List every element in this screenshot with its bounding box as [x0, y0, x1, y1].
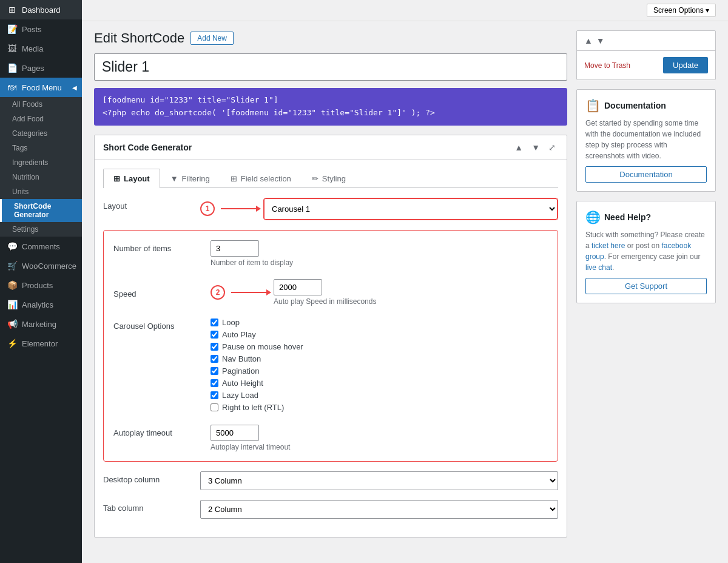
layout-select[interactable]: Carousel 1 Carousel 2 Grid 1 Grid 2 List… — [264, 198, 558, 220]
comments-icon: 💬 — [7, 241, 17, 251]
checkbox-loop-input[interactable] — [211, 319, 218, 326]
tab-filtering[interactable]: ▼ Filtering — [160, 169, 220, 188]
metabox-body: ⊞ Layout ▼ Filtering ⊞ Field selection — [95, 160, 567, 537]
posts-icon: 📝 — [7, 24, 17, 34]
sidebar-item-food-menu[interactable]: 🍽 Food Menu — [0, 78, 82, 97]
checkbox-nav-button: Nav Button — [211, 354, 548, 363]
carousel-options-box: Number of items Number of item to displa… — [103, 230, 558, 462]
documentation-text: Get started by spending some time with t… — [585, 118, 707, 161]
add-new-button[interactable]: Add New — [190, 32, 234, 45]
dashboard-icon: ⊞ — [7, 5, 17, 15]
tab-styling[interactable]: ✏ Styling — [302, 169, 356, 188]
speed-field: 2 Auto play Speed in milliseconds — [211, 279, 548, 306]
checkbox-autoplay-input[interactable] — [211, 331, 218, 339]
desktop-column-field: 3 Column 2 Column 4 Column 1 Column — [200, 471, 558, 490]
sidebar-item-analytics[interactable]: 📊 Analytics — [0, 295, 82, 314]
sidebar-item-pages[interactable]: 📄 Pages — [0, 58, 82, 78]
move-to-trash-link[interactable]: Move to Trash — [584, 61, 630, 70]
metabox-controls: ▲ ▼ ⤢ — [512, 141, 558, 153]
number-of-items-row: Number of items Number of item to displa… — [113, 240, 548, 267]
checkbox-pagination-input[interactable] — [211, 367, 218, 375]
checkbox-auto-height-label: Auto Height — [222, 379, 263, 388]
sidebar-item-marketing[interactable]: 📢 Marketing — [0, 314, 82, 334]
checkbox-lazy-load-input[interactable] — [211, 391, 218, 399]
sidebar-item-posts[interactable]: 📝 Posts — [0, 19, 82, 39]
sidebar-item-label: Marketing — [22, 320, 56, 329]
tab-column-select[interactable]: 2 Column 1 Column 3 Column — [200, 500, 558, 519]
ticket-here-link[interactable]: ticket here — [592, 241, 625, 250]
speed-label-row: Speed — [113, 289, 198, 298]
sidebar-item-nutrition[interactable]: Nutrition — [0, 170, 82, 184]
post-title-input[interactable] — [94, 53, 567, 81]
checkbox-autoplay: Auto Play — [211, 330, 548, 339]
sidebar-item-units[interactable]: Units — [0, 184, 82, 199]
checkbox-rtl-input[interactable] — [211, 403, 218, 411]
sidebar-item-shortcode-generator[interactable]: ShortCode Generator — [0, 199, 82, 222]
checkbox-pause-hover-input[interactable] — [211, 343, 218, 351]
desktop-column-select[interactable]: 3 Column 2 Column 4 Column 1 Column — [200, 471, 558, 490]
sidebar-item-label: Products — [22, 281, 53, 290]
speed-hint: Auto play Speed in milliseconds — [274, 297, 376, 306]
page-title: Edit ShortCode — [94, 30, 184, 46]
content-area: Edit ShortCode Add New [foodmenu id="123… — [82, 21, 728, 563]
sidebar-item-all-foods[interactable]: All Foods — [0, 97, 82, 112]
sidebar-item-settings[interactable]: Settings — [0, 222, 82, 237]
units-label: Units — [12, 187, 29, 196]
tab-layout[interactable]: ⊞ Layout — [103, 169, 160, 188]
action-collapse-up-button[interactable]: ▲ — [584, 36, 593, 46]
layout-label: Layout — [103, 198, 188, 211]
sidebar-item-media[interactable]: 🖼 Media — [0, 39, 82, 58]
metabox-collapse-up-button[interactable]: ▲ — [512, 141, 525, 153]
need-help-text-end: . — [612, 263, 614, 272]
sidebar-item-ingredients[interactable]: Ingredients — [0, 155, 82, 170]
metabox-title: Short Code Generator — [103, 143, 192, 152]
layout-tab-label: Layout — [124, 174, 150, 183]
food-menu-submenu: All Foods Add Food Categories Tags Ingre… — [0, 97, 82, 237]
arrow-head — [256, 206, 261, 212]
speed-input[interactable] — [274, 279, 322, 295]
speed-badge: 2 — [211, 285, 225, 300]
tab-field-selection[interactable]: ⊞ Field selection — [220, 169, 302, 188]
checkbox-auto-height-input[interactable] — [211, 379, 218, 387]
autoplay-timeout-row: Autoplay timeout Autoplay interval timeo… — [113, 425, 548, 451]
tab-column-label: Tab column — [103, 500, 188, 513]
speed-arrow — [231, 292, 268, 293]
metabox-header: Short Code Generator ▲ ▼ ⤢ — [95, 135, 567, 160]
content-main: Edit ShortCode Add New [foodmenu id="123… — [94, 30, 567, 554]
tab-column-field: 2 Column 1 Column 3 Column — [200, 500, 558, 519]
sidebar-item-comments[interactable]: 💬 Comments — [0, 237, 82, 256]
number-of-items-input[interactable] — [211, 240, 259, 257]
sidebar-item-tags[interactable]: Tags — [0, 141, 82, 155]
metabox-collapse-down-button[interactable]: ▼ — [529, 141, 542, 153]
checkbox-nav-button-input[interactable] — [211, 355, 218, 363]
documentation-button[interactable]: Documentation — [585, 166, 707, 183]
layout-badge: 1 — [200, 201, 215, 216]
code-line-2: <?php echo do_shortcode( '[foodmenu id="… — [103, 107, 559, 120]
page-title-row: Edit ShortCode Add New — [94, 30, 567, 46]
layout-tab-icon: ⊞ — [113, 174, 120, 183]
metabox-expand-button[interactable]: ⤢ — [546, 141, 558, 153]
sidebar-item-add-food[interactable]: Add Food — [0, 112, 82, 126]
get-support-button[interactable]: Get Support — [585, 278, 707, 294]
sidebar-item-elementor[interactable]: ⚡ Elementor — [0, 334, 82, 353]
topbar: Screen Options — [82, 0, 728, 21]
documentation-icon: 📋 — [585, 98, 601, 113]
checkbox-pause-hover: Pause on mouse hover — [211, 342, 548, 351]
sidebar-item-woocommerce[interactable]: 🛒 WooCommerce — [0, 256, 82, 275]
need-help-icon: 🌐 — [585, 210, 601, 224]
sidebar-item-products[interactable]: 📦 Products — [0, 275, 82, 295]
right-sidebar: ▲ ▼ Move to Trash Update 📋 Documentation… — [576, 30, 716, 554]
speed-label: Speed — [113, 286, 198, 298]
screen-options-button[interactable]: Screen Options — [647, 4, 716, 17]
need-help-panel-title: Need Help? — [604, 212, 651, 222]
sidebar-item-dashboard[interactable]: ⊞ Dashboard — [0, 0, 82, 19]
autoplay-timeout-input[interactable] — [211, 425, 259, 441]
action-collapse-down-button[interactable]: ▼ — [596, 36, 605, 46]
sidebar-item-categories[interactable]: Categories — [0, 126, 82, 141]
live-chat-link[interactable]: live chat — [585, 263, 612, 272]
pages-icon: 📄 — [7, 63, 17, 73]
add-food-label: Add Food — [12, 115, 44, 123]
code-line-1: [foodmenu id="1233" title="Slider 1"] — [103, 94, 559, 107]
update-button[interactable]: Update — [663, 57, 708, 73]
sidebar-item-label: Elementor — [22, 339, 58, 348]
